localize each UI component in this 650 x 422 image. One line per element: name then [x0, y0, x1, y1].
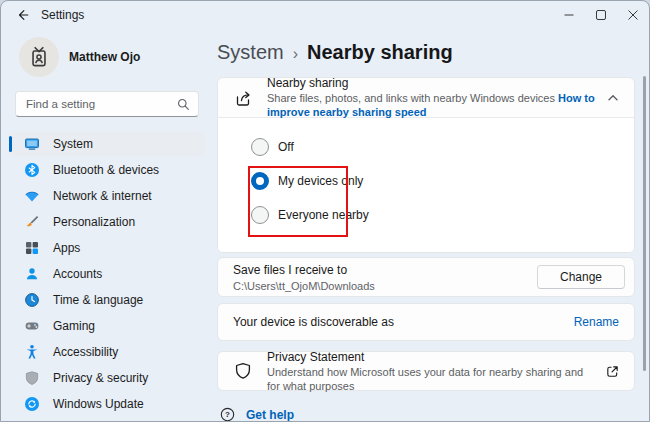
sidebar-item-privacy-security[interactable]: Privacy & security: [9, 366, 205, 390]
open-external[interactable]: [605, 364, 620, 379]
id-badge-icon: [26, 44, 52, 70]
user-name: Matthew Ojo: [69, 50, 140, 64]
sidebar-item-label: System: [53, 137, 93, 151]
sidebar-item-time-language[interactable]: Time & language: [9, 288, 205, 312]
sidebar-item-label: Privacy & security: [53, 371, 148, 385]
radio-off[interactable]: Off: [251, 135, 634, 159]
sidebar-item-label: Gaming: [53, 319, 95, 333]
back-arrow-icon: [16, 8, 30, 22]
svg-text:?: ?: [225, 410, 230, 419]
sidebar-nav: System Bluetooth & devices Network & int…: [1, 132, 213, 416]
shield-icon: [24, 370, 40, 386]
nearby-sharing-options: Off My devices only Everyone nearby: [218, 117, 634, 252]
get-help-link[interactable]: Get help: [246, 408, 294, 422]
network-icon: [24, 188, 40, 204]
update-icon: [24, 396, 40, 412]
minimize-button[interactable]: [553, 1, 585, 29]
get-help-row[interactable]: ? Get help: [220, 407, 635, 422]
save-files-card: Save files I receive to C:\Users\tt_OjoM…: [217, 257, 635, 297]
sidebar-item-gaming[interactable]: Gaming: [9, 314, 205, 338]
sidebar-item-bluetooth-devices[interactable]: Bluetooth & devices: [9, 158, 205, 182]
maximize-button[interactable]: [585, 1, 617, 29]
nearby-sharing-card: Nearby sharing Share files, photos, and …: [217, 77, 635, 253]
collapse-toggle[interactable]: [606, 91, 620, 105]
discoverable-card: Your device is discoverable as Rename: [217, 303, 635, 341]
avatar: [19, 37, 59, 77]
sidebar-item-label: Network & internet: [53, 189, 152, 203]
change-button[interactable]: Change: [537, 265, 625, 289]
sidebar-item-accessibility[interactable]: Accessibility: [9, 340, 205, 364]
privacy-shield-icon: [233, 361, 253, 381]
chevron-up-icon: [606, 91, 620, 105]
apps-grid-icon: [24, 240, 40, 256]
external-link-icon: [605, 364, 620, 379]
save-files-title: Save files I receive to: [233, 263, 537, 278]
radio-button[interactable]: [251, 172, 269, 190]
main-content: System › Nearby sharing Nearby sharing: [213, 29, 649, 421]
sidebar: Matthew Ojo System: [1, 29, 213, 421]
maximize-icon: [596, 10, 606, 20]
radio-my-devices-only[interactable]: My devices only: [251, 169, 634, 193]
user-profile[interactable]: Matthew Ojo: [19, 37, 213, 77]
page-title: Nearby sharing: [307, 41, 453, 64]
nearby-sharing-description: Share files, photos, and links with near…: [267, 92, 555, 104]
radio-label: Everyone nearby: [278, 208, 369, 222]
sidebar-item-apps[interactable]: Apps: [9, 236, 205, 260]
person-icon: [24, 266, 40, 282]
help-icon: ?: [220, 407, 235, 422]
sidebar-item-personalization[interactable]: Personalization: [9, 210, 205, 234]
paintbrush-icon: [24, 214, 40, 230]
accessibility-icon: [24, 344, 40, 360]
breadcrumb: System › Nearby sharing: [217, 41, 453, 64]
sidebar-item-windows-update[interactable]: Windows Update: [9, 392, 205, 416]
nearby-sharing-title: Nearby sharing: [267, 77, 596, 91]
privacy-description: Understand how Microsoft uses your data …: [267, 365, 595, 393]
privacy-statement-card[interactable]: Privacy Statement Understand how Microso…: [217, 351, 635, 391]
sidebar-item-label: Time & language: [53, 293, 143, 307]
discoverable-title: Your device is discoverable as: [233, 315, 574, 330]
titlebar: Settings: [1, 1, 649, 29]
sidebar-item-label: Personalization: [53, 215, 135, 229]
nearby-sharing-header[interactable]: Nearby sharing Share files, photos, and …: [218, 78, 634, 117]
sidebar-item-label: Bluetooth & devices: [53, 163, 159, 177]
back-button[interactable]: [11, 4, 35, 26]
share-icon: [233, 88, 253, 108]
search-box: [15, 91, 199, 117]
radio-label: Off: [278, 140, 294, 154]
system-icon: [24, 136, 40, 152]
privacy-title: Privacy Statement: [267, 350, 595, 365]
breadcrumb-separator: ›: [293, 45, 298, 63]
close-button[interactable]: [617, 1, 649, 29]
close-icon: [628, 10, 638, 20]
sidebar-item-network-internet[interactable]: Network & internet: [9, 184, 205, 208]
clock-icon: [24, 292, 40, 308]
radio-button[interactable]: [251, 206, 269, 224]
breadcrumb-parent[interactable]: System: [217, 41, 284, 64]
search-input[interactable]: [16, 92, 198, 116]
settings-window: Settings: [0, 0, 650, 422]
sidebar-item-label: Apps: [53, 241, 80, 255]
bluetooth-icon: [24, 162, 40, 178]
radio-button[interactable]: [251, 138, 269, 156]
search-icon: [176, 97, 191, 112]
radio-everyone-nearby[interactable]: Everyone nearby: [251, 203, 634, 227]
sidebar-item-system[interactable]: System: [9, 132, 205, 156]
save-files-path: C:\Users\tt_OjoM\Downloads: [233, 280, 537, 292]
minimize-icon: [564, 10, 574, 20]
sidebar-item-label: Accounts: [53, 267, 102, 281]
radio-label: My devices only: [278, 174, 363, 188]
rename-link[interactable]: Rename: [574, 315, 619, 329]
gamepad-icon: [24, 318, 40, 334]
sidebar-item-label: Accessibility: [53, 345, 118, 359]
sidebar-item-accounts[interactable]: Accounts: [9, 262, 205, 286]
scrollbar-thumb[interactable]: [643, 76, 646, 371]
sidebar-item-label: Windows Update: [53, 397, 144, 411]
app-title: Settings: [41, 1, 84, 29]
